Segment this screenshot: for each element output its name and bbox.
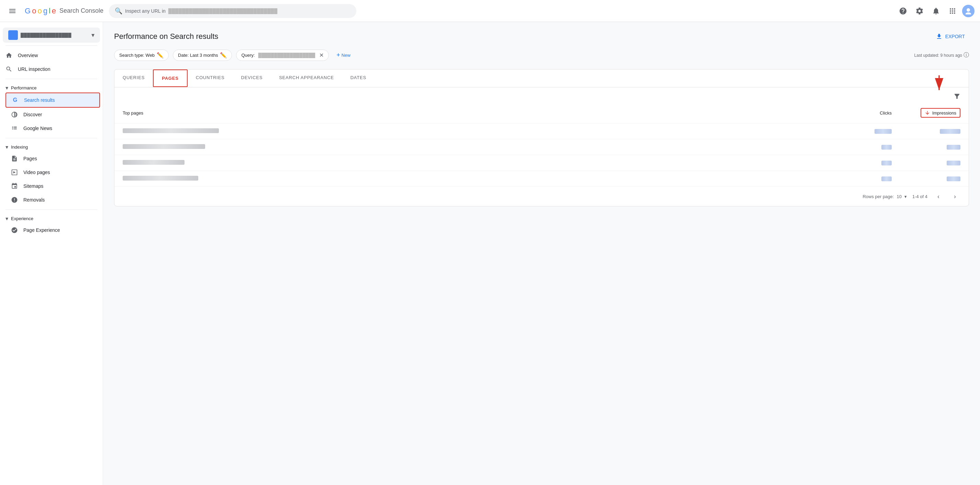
page-experience-icon [11,227,18,234]
sidebar-item-label-pages: Pages [23,156,37,161]
sidebar-item-label-removals: Removals [23,197,45,203]
tab-search-appearance[interactable]: SEARCH APPEARANCE [271,70,342,87]
video-pages-icon [11,169,18,176]
row-impressions [892,161,961,166]
sidebar-section-indexing[interactable]: ▾ Indexing [0,141,103,152]
url-inspect-input[interactable]: Inspect any URL in █████████████████████… [125,8,350,14]
row-impressions [892,177,961,181]
sidebar: ████████████████ ▾ Overview URL inspecti… [0,22,103,485]
filter-search-type[interactable]: Search type: Web ✏️ [114,49,169,61]
notifications-button[interactable] [929,4,943,18]
tab-devices[interactable]: DEVICES [232,70,271,87]
sidebar-item-search-results[interactable]: G Search results [5,93,100,108]
new-filter-button[interactable]: + New [333,49,354,61]
sidebar-sub-performance: G Search results Discover Google News [0,93,103,135]
row-clicks [840,145,892,150]
tab-pages[interactable]: PAGES [153,70,188,87]
col-header-clicks[interactable]: Clicks [840,110,892,116]
col-header-impressions[interactable]: Impressions [892,108,961,118]
row-url [123,176,840,182]
chevron-rows-icon[interactable]: ▾ [904,194,907,199]
sidebar-section-label-indexing: Indexing [11,144,28,150]
chevron-icon-experience: ▾ [5,215,8,222]
sidebar-section-performance[interactable]: ▾ Performance [0,82,103,93]
table-header: Top pages Clicks Impressions [115,102,969,123]
table-row[interactable] [115,123,969,139]
table-row[interactable] [115,139,969,155]
sidebar-item-video-pages[interactable]: Video pages [5,166,100,179]
row-impressions [892,129,961,134]
sidebar-item-page-experience[interactable]: Page Experience [5,223,100,237]
filter-query[interactable]: Query: ██████████████████ ✕ [236,49,329,61]
row-clicks [840,177,892,181]
sidebar-item-label-url-inspection: URL inspection [18,66,50,72]
pagination-prev-button[interactable]: ‹ [933,191,944,202]
sidebar-item-label-video-pages: Video pages [23,169,50,175]
search-icon: 🔍 [115,7,123,15]
sidebar-divider [5,45,97,46]
last-updated: Last updated: 9 hours ago ⓘ [914,52,969,59]
sidebar-item-sitemaps[interactable]: Sitemaps [5,179,100,193]
hamburger-menu[interactable] [5,4,19,18]
help-button[interactable] [896,4,910,18]
edit-icon[interactable]: ✏️ [157,52,164,59]
tabs-row: QUERIES PAGES COUNTRIES DEVICES SEARCH A… [115,70,969,88]
sidebar-sub-experience: Page Experience [0,223,103,237]
property-selector[interactable]: ████████████████ ▾ [3,27,100,43]
edit-date-icon[interactable]: ✏️ [220,52,227,59]
sidebar-item-google-news[interactable]: Google News [5,121,100,135]
pagination-range: 1-4 of 4 [912,194,928,199]
sidebar-divider-3 [5,138,97,138]
search-icon [5,66,13,73]
sidebar-item-label-overview: Overview [18,53,38,58]
export-button[interactable]: EXPORT [932,30,969,43]
property-name: ████████████████ [21,33,89,38]
sidebar-item-overview[interactable]: Overview [0,48,100,62]
col-header-page: Top pages [123,110,840,116]
sidebar-item-label-sitemaps: Sitemaps [23,183,43,189]
settings-button[interactable] [913,4,926,18]
filter-date[interactable]: Date: Last 3 months ✏️ [173,49,232,61]
apps-button[interactable] [946,4,959,18]
info-icon: ⓘ [964,52,969,59]
removals-icon [11,196,18,203]
user-avatar[interactable] [962,5,975,17]
row-clicks [840,129,892,134]
sidebar-divider-2 [5,79,97,79]
row-url [123,144,840,150]
top-action-bar [896,4,975,18]
home-icon [5,52,13,59]
sidebar-item-url-inspection[interactable]: URL inspection [0,62,100,76]
data-card: QUERIES PAGES COUNTRIES DEVICES SEARCH A… [114,69,969,206]
plus-icon: + [336,52,340,59]
tab-queries[interactable]: QUERIES [115,70,153,87]
sidebar-section-experience[interactable]: ▾ Experience [0,212,103,223]
page-header: Performance on Search results EXPORT [114,30,969,43]
chevron-icon-performance: ▾ [5,85,8,91]
filter-icon-button[interactable] [951,90,963,102]
sitemaps-icon [11,183,18,190]
table-row[interactable] [115,171,969,187]
row-url [123,160,840,166]
sidebar-item-label-google-news: Google News [23,126,52,131]
tab-countries[interactable]: COUNTRIES [188,70,233,87]
sidebar-item-label-page-experience: Page Experience [23,227,60,233]
row-impressions [892,145,961,150]
main-content: Performance on Search results EXPORT Sea… [103,22,980,485]
page-title: Performance on Search results [114,32,218,41]
close-query-filter-icon[interactable]: ✕ [319,52,324,59]
row-url [123,128,840,134]
table-row[interactable] [115,155,969,171]
url-inspect-bar[interactable]: 🔍 Inspect any URL in ███████████████████… [109,4,356,18]
sidebar-sub-indexing: Pages Video pages Sitemaps [0,152,103,207]
sidebar-item-removals[interactable]: Removals [5,193,100,207]
google-news-icon [11,125,18,132]
pagination-next-button[interactable]: › [950,191,961,202]
tab-dates[interactable]: DATES [342,70,375,87]
app-logo: Google Search Console [25,6,103,16]
row-clicks [840,161,892,166]
chevron-down-icon: ▾ [91,31,94,39]
sidebar-item-label-search-results: Search results [24,97,55,103]
sidebar-item-discover[interactable]: Discover [5,108,100,121]
sidebar-item-pages[interactable]: Pages [5,152,100,166]
